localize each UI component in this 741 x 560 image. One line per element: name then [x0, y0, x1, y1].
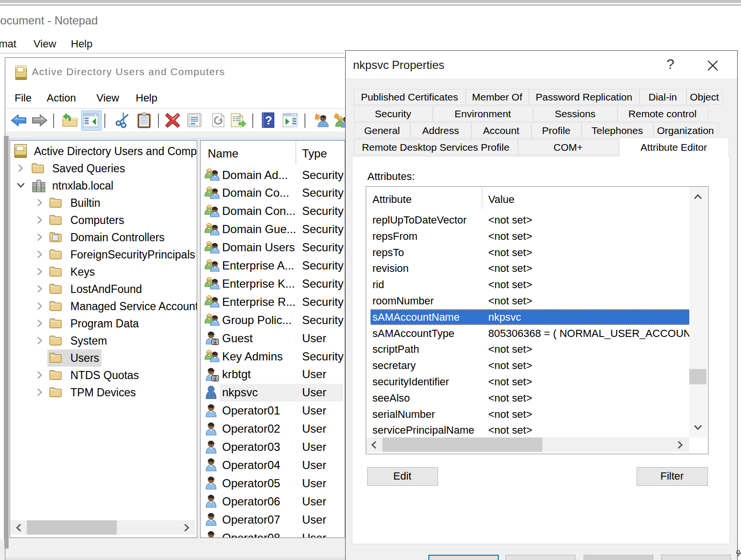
svg-text:?: ?	[265, 114, 272, 127]
